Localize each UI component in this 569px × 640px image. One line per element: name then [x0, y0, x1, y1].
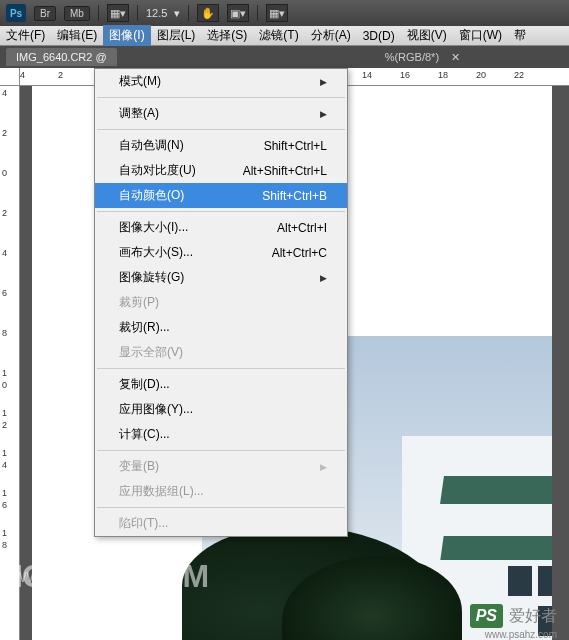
menu-adjustments[interactable]: 调整(A)▶: [95, 101, 347, 126]
chevron-right-icon: ▶: [320, 462, 327, 472]
menu-variables: 变量(B)▶: [95, 454, 347, 479]
screen-mode-icon[interactable]: ▦▾: [107, 4, 129, 22]
document-tab-info: %(RGB/8*): [377, 48, 447, 66]
menu-trap: 陷印(T)...: [95, 511, 347, 536]
minibridge-button[interactable]: Mb: [64, 6, 90, 21]
menu-auto-tone[interactable]: 自动色调(N)Shift+Ctrl+L: [95, 133, 347, 158]
menu-view[interactable]: 视图(V): [401, 25, 453, 46]
menu-mode[interactable]: 模式(M)▶: [95, 69, 347, 94]
menu-image-size[interactable]: 图像大小(I)...Alt+Ctrl+I: [95, 215, 347, 240]
chevron-right-icon: ▶: [320, 77, 327, 87]
menu-auto-contrast[interactable]: 自动对比度(U)Alt+Shift+Ctrl+L: [95, 158, 347, 183]
view-extras-icon[interactable]: ▣▾: [227, 4, 249, 22]
close-tab-icon[interactable]: ✕: [451, 51, 460, 64]
menu-trim[interactable]: 裁切(R)...: [95, 315, 347, 340]
menu-help[interactable]: 帮: [508, 25, 532, 46]
watermark-ps: PS 爱好者: [470, 604, 557, 628]
zoom-level[interactable]: 12.5 ▾: [146, 7, 180, 20]
menu-file[interactable]: 文件(F): [0, 25, 51, 46]
hand-tool-icon[interactable]: ✋: [197, 4, 219, 22]
document-tab[interactable]: IMG_6640.CR2 @: [6, 48, 117, 66]
menu-filter[interactable]: 滤镜(T): [253, 25, 304, 46]
menu-image[interactable]: 图像(I): [103, 25, 150, 46]
menu-calculations[interactable]: 计算(C)...: [95, 422, 347, 447]
photoshop-logo: Ps: [6, 4, 26, 22]
chevron-right-icon: ▶: [320, 273, 327, 283]
menu-duplicate[interactable]: 复制(D)...: [95, 372, 347, 397]
menu-apply-image[interactable]: 应用图像(Y)...: [95, 397, 347, 422]
menu-canvas-size[interactable]: 画布大小(S)...Alt+Ctrl+C: [95, 240, 347, 265]
menu-analysis[interactable]: 分析(A): [305, 25, 357, 46]
chevron-right-icon: ▶: [320, 109, 327, 119]
watermark-cn: 照片处理网: [55, 536, 145, 560]
menu-edit[interactable]: 编辑(E): [51, 25, 103, 46]
menu-3d[interactable]: 3D(D): [357, 27, 401, 45]
menu-image-rotation[interactable]: 图像旋转(G)▶: [95, 265, 347, 290]
watermark-en: HOTOPS.COM: [0, 558, 208, 595]
arrange-icon[interactable]: ▦▾: [266, 4, 288, 22]
menu-window[interactable]: 窗口(W): [453, 25, 508, 46]
menu-reveal-all: 显示全部(V): [95, 340, 347, 365]
menu-layer[interactable]: 图层(L): [151, 25, 202, 46]
ruler-origin[interactable]: [0, 68, 20, 86]
menu-auto-color[interactable]: 自动颜色(O)Shift+Ctrl+B: [95, 183, 347, 208]
menu-crop: 裁剪(P): [95, 290, 347, 315]
watermark-url: www.psahz.com: [485, 629, 557, 640]
bridge-button[interactable]: Br: [34, 6, 56, 21]
menu-apply-dataset: 应用数据组(L)...: [95, 479, 347, 504]
ruler-vertical[interactable]: 4 2 0 2 4 6 8 1 0 1 2 1 4 1 6 1 8: [0, 86, 20, 640]
menu-bar: 文件(F) 编辑(E) 图像(I) 图层(L) 选择(S) 滤镜(T) 分析(A…: [0, 26, 569, 46]
image-menu-dropdown: 模式(M)▶ 调整(A)▶ 自动色调(N)Shift+Ctrl+L 自动对比度(…: [94, 68, 348, 537]
menu-select[interactable]: 选择(S): [201, 25, 253, 46]
